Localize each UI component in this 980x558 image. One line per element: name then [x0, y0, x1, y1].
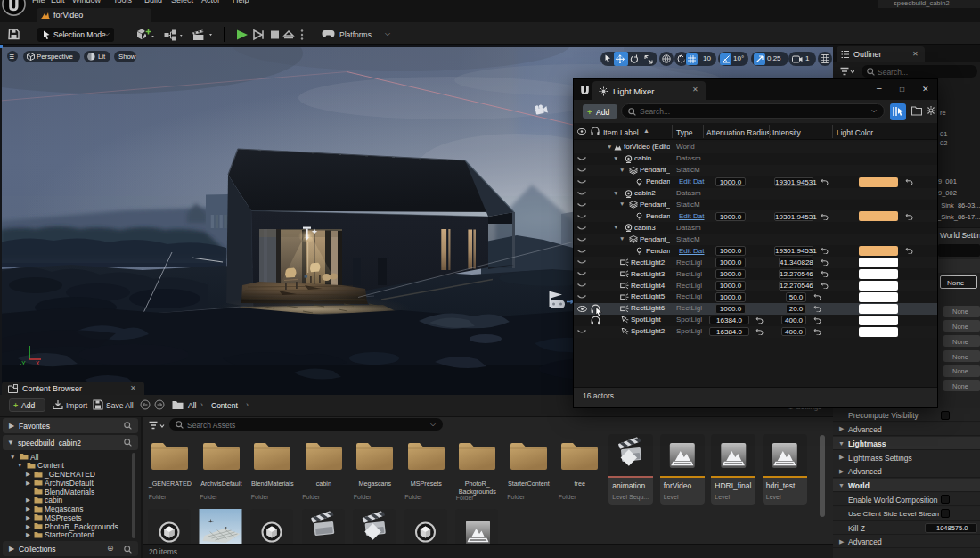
svg-text:-Y: -Y: [20, 360, 26, 366]
svg-text:X: X: [36, 360, 40, 366]
